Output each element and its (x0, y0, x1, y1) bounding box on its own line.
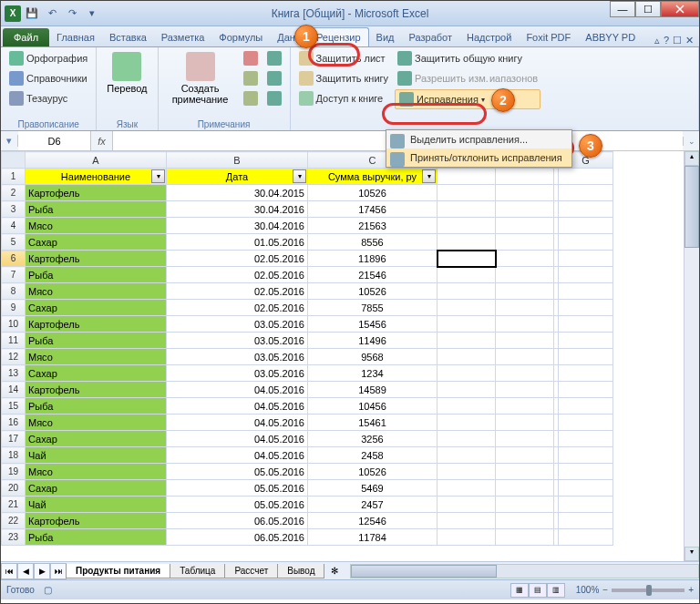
minimize-button[interactable]: — (610, 1, 635, 17)
row-header[interactable]: 13 (2, 365, 26, 382)
row-header[interactable]: 1 (2, 169, 26, 185)
ribbon-tab-foxit pdf[interactable]: Foxit PDF (519, 28, 578, 46)
ribbon-tab-разметка[interactable]: Разметка (154, 28, 212, 46)
namebox-dropdown-icon[interactable]: ▾ (1, 135, 18, 147)
cell[interactable]: 15461 (308, 415, 438, 431)
cell[interactable] (559, 201, 613, 218)
cell[interactable] (559, 300, 613, 316)
cell[interactable]: 03.05.2016 (167, 333, 308, 349)
row-header[interactable]: 21 (2, 497, 26, 513)
row-header[interactable]: 12 (2, 349, 26, 365)
cell[interactable] (559, 267, 613, 283)
cell[interactable]: Мясо (26, 349, 167, 365)
thesaurus-button[interactable]: Тезаурус (6, 89, 90, 107)
cell[interactable]: 06.05.2016 (167, 513, 308, 529)
cell[interactable] (496, 333, 554, 349)
cell[interactable] (559, 382, 613, 398)
cell[interactable]: 12546 (308, 513, 438, 529)
cell[interactable] (496, 218, 554, 234)
row-header[interactable]: 3 (2, 201, 26, 218)
ribbon-tab-надстрой[interactable]: Надстрой (459, 28, 519, 46)
scroll-thumb[interactable] (685, 166, 699, 248)
cell[interactable]: Чай (26, 497, 167, 513)
translate-button[interactable]: Перевод (102, 49, 151, 97)
cell[interactable]: 17456 (308, 201, 438, 218)
research-button[interactable]: Справочники (6, 69, 90, 87)
cell[interactable] (438, 431, 496, 447)
cell[interactable] (496, 234, 554, 251)
scroll-thumb[interactable] (351, 565, 497, 578)
row-header[interactable]: 20 (2, 480, 26, 497)
cell[interactable]: 8556 (308, 234, 438, 251)
cell[interactable]: 04.05.2016 (167, 398, 308, 415)
cell[interactable]: Рыба (26, 333, 167, 349)
insert-sheet-icon[interactable]: ✻ (324, 566, 345, 576)
cell[interactable]: 04.05.2016 (167, 431, 308, 447)
close-button[interactable] (661, 1, 699, 17)
protect-workbook-button[interactable]: Защитить книгу (296, 69, 392, 87)
cell[interactable] (559, 447, 613, 464)
row-header[interactable]: 2 (2, 185, 26, 201)
row-header[interactable]: 22 (2, 513, 26, 529)
cell[interactable]: 1234 (308, 365, 438, 382)
cell[interactable] (438, 529, 496, 546)
cell[interactable]: Сахар (26, 300, 167, 316)
qat-more-icon[interactable]: ▾ (83, 5, 101, 23)
cell[interactable]: 30.04.2016 (167, 218, 308, 234)
row-header[interactable]: 4 (2, 218, 26, 234)
cell[interactable] (496, 267, 554, 283)
cell[interactable] (438, 316, 496, 333)
accept-reject-changes-item[interactable]: Принять/отклонить исправления (386, 148, 571, 167)
cell[interactable]: 30.04.2016 (167, 201, 308, 218)
delete-comment-button[interactable] (241, 49, 261, 67)
protect-shared-button[interactable]: Защитить общую книгу (395, 49, 540, 67)
minimize-ribbon-icon[interactable]: ▵ (654, 35, 660, 46)
cell[interactable] (438, 185, 496, 201)
cell[interactable]: 14589 (308, 382, 438, 398)
filter-button-icon[interactable]: ▾ (293, 169, 306, 183)
help-icon[interactable]: ? (664, 35, 669, 46)
cell[interactable]: 03.05.2016 (167, 365, 308, 382)
cell[interactable] (438, 382, 496, 398)
cell[interactable]: 02.05.2016 (167, 283, 308, 300)
cell[interactable] (496, 415, 554, 431)
cell[interactable] (438, 464, 496, 480)
prev-comment-button[interactable] (241, 69, 261, 87)
row-header[interactable]: 16 (2, 415, 26, 431)
row-header[interactable]: 7 (2, 267, 26, 283)
row-header[interactable]: 18 (2, 447, 26, 464)
sheet-tab[interactable]: Вывод (277, 564, 324, 578)
qat-redo-icon[interactable]: ↷ (63, 5, 81, 23)
row-header[interactable]: 11 (2, 333, 26, 349)
row-header[interactable]: 10 (2, 316, 26, 333)
cell[interactable]: 7855 (308, 300, 438, 316)
cell[interactable] (559, 480, 613, 497)
cell[interactable] (438, 283, 496, 300)
cell[interactable] (559, 333, 613, 349)
next-comment-button[interactable] (241, 89, 261, 107)
cell[interactable]: Рыба (26, 201, 167, 218)
cell[interactable] (438, 415, 496, 431)
cell[interactable]: Картофель (26, 251, 167, 267)
protect-sheet-button[interactable]: Защитить лист (296, 49, 392, 67)
row-header[interactable]: 9 (2, 300, 26, 316)
highlight-changes-item[interactable]: Выделить исправления... (386, 130, 571, 148)
cell[interactable]: 10526 (308, 283, 438, 300)
cell[interactable] (559, 513, 613, 529)
cell[interactable]: 5469 (308, 480, 438, 497)
cell[interactable] (496, 201, 554, 218)
share-workbook-button[interactable]: Доступ к книге (296, 89, 392, 107)
cell[interactable] (438, 497, 496, 513)
cell[interactable] (438, 365, 496, 382)
cell[interactable] (559, 218, 613, 234)
row-header[interactable]: 8 (2, 283, 26, 300)
cell[interactable] (496, 283, 554, 300)
ribbon-tab-вид[interactable]: Вид (369, 28, 402, 46)
cell[interactable]: 04.05.2016 (167, 382, 308, 398)
cell[interactable]: Рыба (26, 267, 167, 283)
close-workbook-icon[interactable]: ✕ (685, 35, 694, 46)
zoom-slider[interactable] (612, 589, 685, 592)
cell[interactable]: Сахар (26, 365, 167, 382)
filter-button-icon[interactable]: ▾ (422, 169, 436, 183)
cell[interactable] (559, 431, 613, 447)
